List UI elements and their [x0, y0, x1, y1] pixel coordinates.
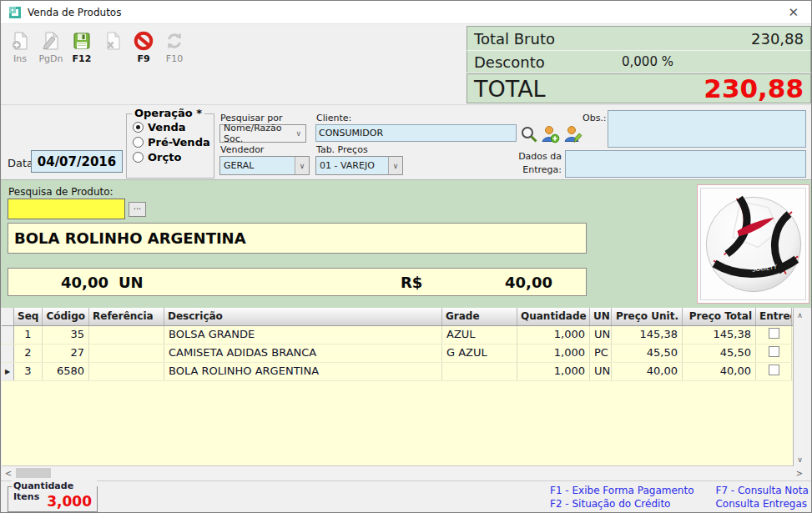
table-cell: 1 — [14, 326, 43, 344]
table-cell: PC — [590, 345, 612, 362]
scroll-up-icon[interactable]: ∧ — [794, 308, 806, 322]
row-selector-header — [2, 308, 14, 325]
table-row[interactable]: 227CAMISETA ADIDAS BRANCAG AZUL1,000PC45… — [2, 345, 806, 363]
search-icon[interactable] — [520, 125, 538, 143]
toolbar-label: PgDn — [38, 53, 63, 64]
scrollbar-thumb[interactable] — [16, 468, 51, 478]
table-cell — [89, 345, 164, 362]
table-cell: 1,000 — [517, 363, 590, 380]
cliente-input[interactable] — [315, 124, 517, 142]
table-cell — [442, 363, 517, 380]
tab-precos-select[interactable]: 01 - VAREJO ∨ — [315, 156, 403, 175]
date-field[interactable]: 04/07/2016 — [31, 150, 123, 173]
entrega-checkbox[interactable] — [769, 365, 779, 375]
delete-button[interactable] — [100, 31, 125, 64]
vendedor-label: Vendedor — [220, 144, 264, 155]
obs-textarea[interactable] — [608, 110, 806, 148]
total-bruto-value: 230,88 — [751, 30, 804, 48]
refresh-icon — [164, 31, 184, 51]
cancel-button[interactable]: F9 — [131, 31, 156, 64]
doc-plus-icon — [10, 31, 30, 51]
table-cell: 40,00 — [683, 363, 756, 380]
vertical-scrollbar[interactable]: ∧ ∨ — [793, 308, 806, 466]
obs-label: Obs.: — [583, 113, 607, 123]
table-cell: 2 — [14, 345, 43, 362]
no-entry-icon — [134, 31, 154, 51]
function-links: F1 - Exibe Forma Pagamento F2 - Situação… — [550, 485, 812, 510]
link-f7-consulta-nota-fiscal[interactable]: F7 - Consulta Nota Fiscal — [715, 485, 812, 496]
table-row[interactable]: ▶36580BOLA ROLINHO ARGENTINA1,000UN40,00… — [2, 363, 806, 381]
table-cell — [89, 363, 164, 380]
chevron-down-icon: ∨ — [388, 157, 402, 174]
chevron-down-icon: ∨ — [295, 157, 309, 174]
browse-button[interactable]: ... — [129, 202, 146, 217]
refresh-button[interactable]: F10 — [162, 31, 187, 64]
column-header[interactable]: UN — [590, 308, 612, 325]
add-client-icon[interactable] — [540, 124, 560, 144]
desconto-value: 0,000 % — [622, 54, 673, 69]
column-header[interactable]: Seq — [14, 308, 43, 325]
edit-client-icon[interactable] — [562, 124, 583, 144]
operacao-groupbox: Operação * Venda Pré-Venda Orçto — [126, 113, 214, 179]
radio-icon — [133, 152, 144, 163]
vendedor-select[interactable]: GERAL ∨ — [219, 156, 310, 175]
title-bar: Venda de Produtos ✕ — [1, 1, 811, 24]
table-cell: 145,38 — [612, 326, 683, 344]
new-button[interactable]: Ins — [8, 31, 33, 64]
column-header[interactable]: Referência — [89, 308, 164, 325]
column-header[interactable]: Quantidade — [517, 308, 590, 325]
pesquisa-produto-label: Pesquisa de Produto: — [8, 186, 113, 198]
scroll-right-icon[interactable]: > — [793, 469, 806, 478]
doc-pencil-icon — [41, 31, 61, 51]
table-cell — [756, 345, 792, 362]
dados-entrega-textarea[interactable] — [565, 150, 806, 178]
entrega-checkbox[interactable] — [769, 346, 779, 357]
edit-button[interactable]: PgDn — [38, 31, 63, 64]
radio-orcto[interactable]: Orçto — [133, 151, 214, 163]
column-header[interactable]: Grade — [442, 308, 517, 325]
link-consulta-entregas[interactable]: Consulta Entregas — [715, 498, 812, 510]
totals-panel: Total Bruto 230,88 Desconto 0,000 % TOTA… — [467, 26, 811, 103]
column-header[interactable]: Preço Total — [683, 308, 756, 325]
current-row-indicator[interactable]: ▶ — [2, 363, 14, 380]
total-row: TOTAL 230,88 — [467, 73, 811, 103]
pesquisar-por-select[interactable]: Nome/Razão Soc. ∨ — [219, 124, 306, 143]
save-floppy-icon — [72, 31, 92, 51]
scroll-down-icon[interactable]: ∨ — [794, 452, 806, 466]
radio-icon — [133, 122, 144, 133]
total-bruto-label: Total Bruto — [474, 30, 555, 48]
save-button[interactable]: F12 — [69, 31, 94, 64]
column-header[interactable]: Código — [43, 308, 89, 325]
horizontal-scrollbar[interactable]: < > — [2, 466, 806, 480]
chevron-down-icon: ∨ — [291, 129, 305, 138]
radio-pre-venda[interactable]: Pré-Venda — [133, 136, 214, 148]
quantidade-itens-box: Quantidade Itens 3,000 — [8, 486, 98, 512]
desconto-label: Desconto — [474, 53, 545, 71]
product-unit: UN — [119, 274, 144, 291]
scroll-left-icon[interactable]: < — [2, 469, 15, 478]
column-header[interactable]: Entrega — [756, 308, 792, 325]
toolbar-label: F9 — [137, 53, 149, 64]
cliente-label: Cliente: — [316, 113, 351, 123]
link-f1-forma-pagamento[interactable]: F1 - Exibe Forma Pagamento — [550, 485, 693, 496]
toolbar: Ins PgDn F12 — [8, 31, 187, 64]
product-search-input[interactable] — [8, 199, 125, 219]
row-selector[interactable] — [2, 326, 14, 344]
tab-precos-label: Tab. Preços — [316, 144, 368, 155]
product-price: 40,00 — [451, 274, 552, 291]
table-row[interactable]: 135BOLSA GRANDEAZUL1,000UN145,38145,38 — [2, 326, 806, 345]
radio-icon — [133, 137, 144, 148]
column-header[interactable]: Descrição — [164, 308, 442, 325]
column-header[interactable]: Preço Unit. — [612, 308, 683, 325]
table-cell: BOLSA GRANDE — [164, 326, 442, 344]
row-selector[interactable] — [2, 345, 14, 362]
table-cell: 6580 — [43, 363, 89, 380]
table-cell: 145,38 — [683, 326, 756, 344]
venda-de-produtos-window: Venda de Produtos ✕ Ins PgDn — [0, 0, 812, 513]
close-icon[interactable]: ✕ — [783, 5, 804, 20]
table-cell: 1,000 — [517, 345, 590, 362]
table-cell: 35 — [43, 326, 89, 344]
entrega-checkbox[interactable] — [769, 328, 779, 339]
link-f2-situacao-credito[interactable]: F2 - Situação do Crédito — [550, 498, 693, 510]
radio-venda[interactable]: Venda — [133, 121, 214, 133]
